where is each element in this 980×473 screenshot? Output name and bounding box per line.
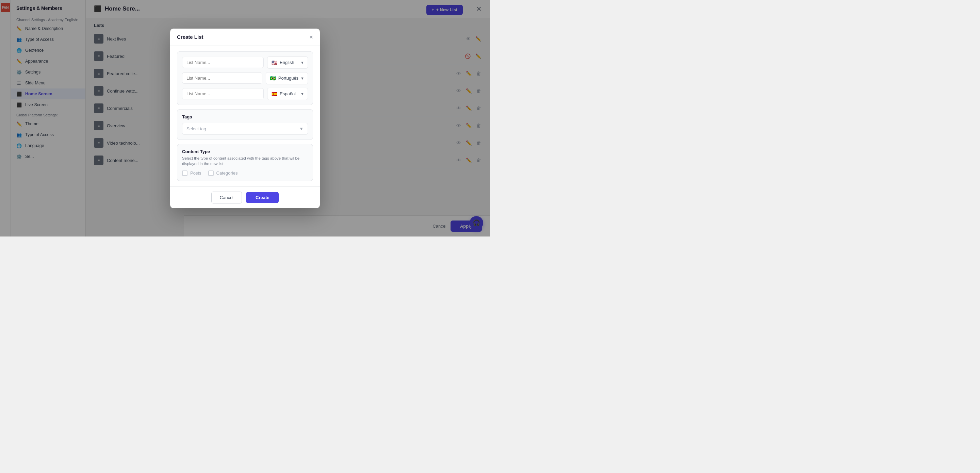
modal-cancel-button[interactable]: Cancel	[211, 191, 242, 204]
language-inputs-section: 🇺🇸 English ▼ 🇧🇷 Português ▼ 🇪🇸 Español	[177, 51, 313, 105]
posts-checkbox[interactable]	[182, 170, 188, 176]
modal-create-button[interactable]: Create	[246, 192, 279, 203]
english-flag: 🇺🇸	[271, 59, 278, 66]
create-list-modal: Create List × 🇺🇸 English ▼ 🇧🇷 Português …	[170, 28, 320, 208]
content-type-description: Select the type of content associated wi…	[182, 155, 308, 166]
modal-body: 🇺🇸 English ▼ 🇧🇷 Português ▼ 🇪🇸 Español	[170, 46, 320, 186]
chevron-down-icon: ▼	[301, 92, 304, 96]
list-name-input-spanish[interactable]	[182, 88, 264, 99]
modal-title: Create List	[177, 34, 204, 40]
modal-footer: Cancel Create	[170, 186, 320, 208]
english-label: English	[280, 60, 294, 65]
spanish-label: Español	[280, 91, 296, 96]
language-row-portuguese: 🇧🇷 Português ▼	[182, 72, 308, 84]
content-type-title: Content Type	[182, 149, 308, 154]
language-row-spanish: 🇪🇸 Español ▼	[182, 88, 308, 100]
language-row-english: 🇺🇸 English ▼	[182, 56, 308, 68]
chevron-down-icon: ▼	[301, 60, 304, 64]
list-name-input-english[interactable]	[182, 57, 264, 68]
categories-checkbox-item[interactable]: Categories	[208, 170, 238, 176]
content-type-section: Content Type Select the type of content …	[177, 143, 313, 181]
language-select-spanish[interactable]: 🇪🇸 Español ▼	[267, 88, 308, 100]
language-select-english[interactable]: 🇺🇸 English ▼	[267, 56, 308, 68]
tags-section: Tags Select tag ▼	[177, 109, 313, 140]
checkboxes-container: Posts Categories	[182, 170, 308, 176]
categories-checkbox[interactable]	[208, 170, 214, 176]
tags-placeholder: Select tag	[186, 126, 206, 131]
tags-chevron-icon: ▼	[299, 126, 304, 131]
tags-select[interactable]: Select tag ▼	[182, 123, 308, 134]
categories-label: Categories	[216, 170, 238, 175]
posts-label: Posts	[190, 170, 202, 175]
list-name-input-portuguese[interactable]	[182, 72, 262, 84]
modal-header: Create List ×	[170, 28, 320, 46]
portuguese-flag: 🇧🇷	[269, 75, 276, 81]
tags-label: Tags	[182, 114, 308, 119]
language-select-portuguese[interactable]: 🇧🇷 Português ▼	[266, 72, 308, 84]
portuguese-label: Português	[278, 76, 298, 81]
modal-close-button[interactable]: ×	[309, 34, 313, 40]
posts-checkbox-item[interactable]: Posts	[182, 170, 202, 176]
spanish-flag: 🇪🇸	[271, 90, 278, 97]
chevron-down-icon: ▼	[301, 76, 304, 80]
